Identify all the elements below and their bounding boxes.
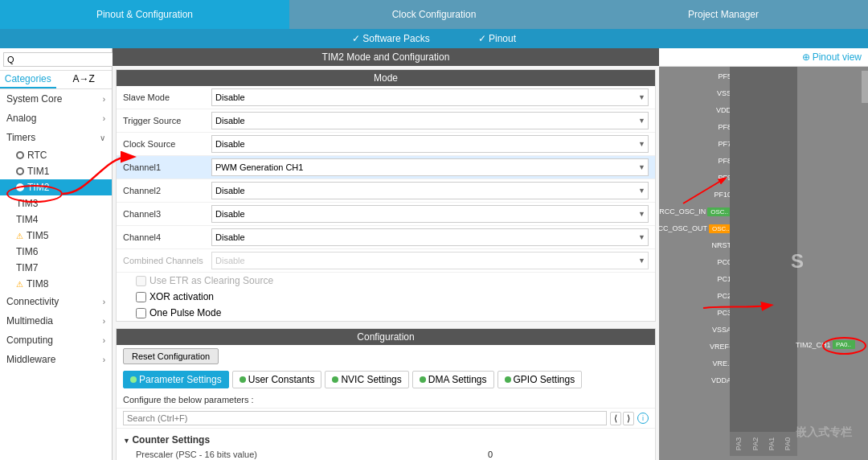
gpio-dot xyxy=(505,376,511,383)
center-panel: TIM2 Mode and Configuration Mode Slave M… xyxy=(113,48,659,460)
sidebar-item-tim2[interactable]: TIM2 xyxy=(0,179,112,195)
sidebar-item-tim4[interactable]: TIM4 xyxy=(0,212,112,228)
channel4-select[interactable]: Disable xyxy=(211,228,649,246)
tab-categories[interactable]: Categories xyxy=(0,71,56,88)
sidebar-items: System Core › Analog › Timers ∨ xyxy=(0,89,112,460)
rcc-osc-out-label: OSC.. xyxy=(709,224,731,233)
slave-mode-select[interactable]: Disable xyxy=(211,88,649,106)
pinout-header: ⊕ Pinout view xyxy=(659,48,868,67)
tim1-radio xyxy=(16,167,24,175)
group-analog: Analog › xyxy=(0,109,112,128)
pin-vdd: VDD xyxy=(659,102,731,118)
group-multimedia-header[interactable]: Multimedia › xyxy=(0,311,112,331)
dma-dot xyxy=(420,376,426,383)
channel3-select[interactable]: Disable xyxy=(211,205,649,223)
pin-pc2: PC2 xyxy=(659,288,731,304)
channel3-select-wrapper: Disable xyxy=(211,205,649,223)
sidebar-item-rtc[interactable]: RTC xyxy=(0,147,112,163)
search-next-button[interactable]: ⟩ xyxy=(623,412,634,425)
pin-pc3: PC3 xyxy=(659,305,731,321)
nav-clock[interactable]: Clock Configuration xyxy=(289,0,579,29)
pin-vre: VRE.. xyxy=(659,355,731,372)
configure-label: Configure the below parameters : xyxy=(117,392,655,409)
right-panel: ⊕ Pinout view PF5 VSS VDD PF8 PF7 PF8 PF… xyxy=(659,48,868,460)
config-tabs: Parameter Settings User Constants NVIC S… xyxy=(117,368,655,392)
group-computing-header[interactable]: Computing › xyxy=(0,331,112,350)
pinout-scrollbar[interactable] xyxy=(862,71,868,103)
trigger-source-select[interactable]: Disable xyxy=(211,112,649,129)
sidebar-item-tim6[interactable]: TIM6 xyxy=(0,244,112,260)
combined-channels-select[interactable]: Disable xyxy=(211,252,649,269)
chip-s-label: S xyxy=(791,250,804,273)
mode-header: Mode xyxy=(117,70,655,86)
bottom-pins: PC5 PC4 PA3 PA2 PA1 PA0 PC5 PC3 xyxy=(730,432,797,456)
pinout-scrollbar-thumb[interactable] xyxy=(862,71,868,103)
channel2-select-wrapper: Disable xyxy=(211,182,649,199)
pin-rcc-osc-out: RCC_OSC_OUT OSC.. xyxy=(659,220,731,236)
group-connectivity-header[interactable]: Connectivity › xyxy=(0,292,112,311)
pin-pf10: PF10 xyxy=(659,187,731,203)
param-settings-dot xyxy=(130,376,137,383)
sidebar: ⚙ Categories A→Z System Core › Analog xyxy=(0,48,113,460)
sidebar-item-tim5[interactable]: TIM5 xyxy=(0,228,112,244)
group-system-core-header[interactable]: System Core › xyxy=(0,89,112,109)
tab-gpio-settings[interactable]: GPIO Settings xyxy=(497,371,583,388)
reset-config-button[interactable]: Reset Configuration xyxy=(123,348,219,364)
tab-parameter-settings[interactable]: Parameter Settings xyxy=(123,371,229,388)
etr-checkbox[interactable] xyxy=(136,276,146,286)
sidebar-item-tim7[interactable]: TIM7 xyxy=(0,260,112,276)
tab-nvic-settings[interactable]: NVIC Settings xyxy=(325,371,408,388)
pinout-icon: ⊕ xyxy=(802,51,810,63)
chevron-right-middleware: › xyxy=(103,355,105,364)
sub-nav-software[interactable]: ✓ Software Packs xyxy=(352,33,430,44)
group-middleware-header[interactable]: Middleware › xyxy=(0,350,112,369)
param-row-prescaler: Prescaler (PSC - 16 bits value) 0 xyxy=(123,448,649,460)
slave-mode-select-wrapper: Disable xyxy=(211,88,649,106)
left-pins: PF5 VSS VDD PF8 PF7 PF8 PF9 PF10 RCC_OSC… xyxy=(659,67,731,389)
channel4-row: Channel4 Disable xyxy=(117,226,655,249)
sidebar-tabs: Categories A→Z xyxy=(0,71,112,89)
top-nav: Pinout & Configuration Clock Configurati… xyxy=(0,0,868,29)
pin-pf7: PF7 xyxy=(659,136,731,152)
etr-checkbox-row: Use ETR as Clearing Source xyxy=(117,273,655,289)
counter-settings-group[interactable]: Counter Settings xyxy=(123,432,649,448)
sidebar-item-tim3[interactable]: TIM3 xyxy=(0,195,112,212)
sidebar-item-tim8[interactable]: TIM8 xyxy=(0,276,112,292)
sidebar-search-input[interactable] xyxy=(3,52,122,67)
pin-tim2-ch1: TIM2_CH1 PA0.. xyxy=(796,340,855,349)
rcc-osc-in-label: OSC.. xyxy=(707,207,731,216)
channel2-select[interactable]: Disable xyxy=(211,182,649,199)
tab-dma-settings[interactable]: DMA Settings xyxy=(412,371,494,388)
nav-project[interactable]: Project Manager xyxy=(579,0,868,29)
search-prev-button[interactable]: ⟨ xyxy=(610,412,621,425)
combined-channels-select-wrapper: Disable xyxy=(211,252,649,269)
tab-az[interactable]: A→Z xyxy=(56,71,113,88)
sub-nav-pinout[interactable]: ✓ Pinout xyxy=(478,33,516,44)
clock-source-select[interactable]: Disable xyxy=(211,135,649,153)
tab-user-constants[interactable]: User Constants xyxy=(232,371,322,388)
pinout-view-label[interactable]: ⊕ Pinout view xyxy=(802,51,862,63)
tim2-ch1-label: PA0.. xyxy=(833,340,855,349)
group-timers-header[interactable]: Timers ∨ xyxy=(0,128,112,147)
config-toolbar: Reset Configuration xyxy=(117,345,655,368)
xor-checkbox[interactable] xyxy=(136,292,146,302)
config-section: Configuration Reset Configuration Parame… xyxy=(116,328,656,460)
chevron-right-computing: › xyxy=(103,336,105,345)
pin-vss: VSS xyxy=(659,85,731,101)
pin-nrst: NRST xyxy=(659,237,731,253)
channel2-row: Channel2 Disable xyxy=(117,179,655,203)
sidebar-item-tim1[interactable]: TIM1 xyxy=(0,163,112,179)
param-search-buttons: ⟨ ⟩ xyxy=(610,412,634,425)
sidebar-search-area: ⚙ xyxy=(0,48,112,71)
watermark: 嵌入式专栏 xyxy=(796,425,852,440)
chip-body: S xyxy=(730,67,797,456)
one-pulse-checkbox[interactable] xyxy=(136,308,146,318)
pin-vdda: VDDA xyxy=(659,372,731,388)
channel1-select[interactable]: PWM Generation CH1 xyxy=(211,158,649,176)
param-search-input[interactable] xyxy=(123,411,607,425)
group-analog-header[interactable]: Analog › xyxy=(0,109,112,128)
info-icon[interactable]: i xyxy=(637,413,649,424)
nav-pinout[interactable]: Pinout & Configuration xyxy=(0,0,289,29)
group-system-core: System Core › xyxy=(0,89,112,109)
rtc-radio xyxy=(16,151,24,159)
